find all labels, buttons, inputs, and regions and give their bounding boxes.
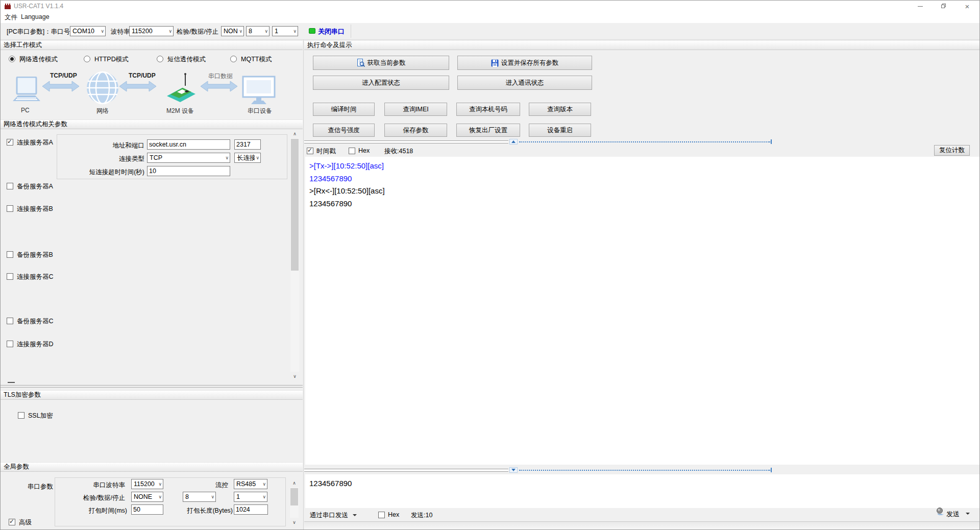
send-textarea[interactable]: 1234567890 <box>305 474 979 508</box>
splitter-end-tick <box>771 139 772 144</box>
port-combo[interactable]: COM10∨ <box>70 26 106 36</box>
get-params-button[interactable]: 获取当前参数 <box>313 56 449 70</box>
checkbox-advanced[interactable] <box>9 519 15 525</box>
flow-combo[interactable]: RS485∨ <box>234 479 267 489</box>
stopbits-combo[interactable]: 1∨ <box>272 26 298 36</box>
chevron-down-icon[interactable] <box>966 513 970 515</box>
radio-net-transparent[interactable] <box>9 56 15 62</box>
server-a-address-input[interactable] <box>147 139 230 150</box>
chevron-down-icon: ∨ <box>158 481 162 487</box>
workmode-section-header: 选择工作模式 <box>1 40 303 50</box>
send-splitter[interactable] <box>304 469 508 472</box>
save-params-button[interactable]: 保存参数 <box>384 124 447 137</box>
checkbox-hex-recv[interactable] <box>349 148 355 154</box>
parity-label: 检验/数据/停止 <box>177 28 218 36</box>
checkbox-ssl-label: SSL加密 <box>28 412 53 420</box>
parity-combo[interactable]: NONE∨ <box>221 26 244 36</box>
gstopbits-combo[interactable]: 1∨ <box>234 492 267 502</box>
checkbox-hex-send[interactable] <box>378 512 385 518</box>
close-button[interactable]: × <box>955 1 979 12</box>
chevron-down-icon: ∨ <box>158 494 162 499</box>
addr-label: 地址和端口 <box>63 141 144 150</box>
packlen-input[interactable] <box>234 504 268 515</box>
scroll-down-icon[interactable]: ∨ <box>290 372 299 380</box>
netparams-scroll-thumb[interactable] <box>291 139 299 271</box>
checkbox-timestamp[interactable] <box>307 148 313 154</box>
radio-httpd[interactable] <box>84 56 90 62</box>
log-splitter[interactable] <box>304 140 508 143</box>
log-textarea[interactable]: >[Tx->][10:52:50][asc] 1234567890 >[Rx<-… <box>305 157 979 465</box>
network-globe-icon <box>86 70 119 106</box>
flow-label: 流控 <box>200 481 228 490</box>
checkbox-server-c[interactable] <box>7 273 13 280</box>
server-a-port-input[interactable] <box>234 139 261 150</box>
keepalive-combo[interactable]: 长连接∨ <box>234 153 261 163</box>
chevron-down-icon: ∨ <box>225 155 229 160</box>
scroll-up-icon[interactable]: ∧ <box>290 129 299 138</box>
checkbox-backup-c-label: 备份服务器C <box>17 317 54 326</box>
toolbar-separator <box>351 25 351 38</box>
gparity-combo[interactable]: NONE∨ <box>131 492 163 502</box>
radio-net-transparent-label: 网络透传模式 <box>19 55 58 64</box>
triangle-down-icon <box>511 469 516 471</box>
gparity-label: 检验/数据/停止 <box>64 494 125 502</box>
chevron-down-icon: ∨ <box>168 29 172 34</box>
checkbox-server-a[interactable] <box>7 139 13 146</box>
radio-sms[interactable] <box>157 56 163 62</box>
enter-config-button[interactable]: 进入配置状态 <box>313 76 449 90</box>
query-imei-button[interactable]: 查询IMEI <box>384 103 447 116</box>
conn-type-combo[interactable]: TCP∨ <box>147 153 230 163</box>
conn-type-label: 连接类型 <box>63 155 144 163</box>
scroll-up-icon[interactable]: ∧ <box>290 478 299 487</box>
gdatabits-combo[interactable]: 8∨ <box>183 492 216 502</box>
scroll-down-icon[interactable]: ∨ <box>290 518 299 526</box>
packtime-input[interactable] <box>131 504 163 515</box>
checkbox-backup-b-label: 备份服务器B <box>17 251 53 259</box>
short-timeout-input[interactable] <box>147 166 230 176</box>
compile-time-button[interactable]: 编译时间 <box>313 103 375 116</box>
checkbox-server-b[interactable] <box>7 205 13 212</box>
close-serial-button[interactable]: 关闭串口 <box>318 27 345 36</box>
query-number-button[interactable]: 查询本机号码 <box>456 103 520 116</box>
chevron-down-icon: ∨ <box>101 29 104 34</box>
checkbox-hex-recv-label: Hex <box>358 147 370 154</box>
minimize-button[interactable] <box>909 1 932 12</box>
enter-comm-button[interactable]: 进入通讯状态 <box>457 76 592 90</box>
splitter-dotted-line <box>519 470 770 471</box>
log-line: 1234567890 <box>309 173 975 185</box>
restore-button[interactable] <box>932 1 955 12</box>
checkbox-server-c-label: 连接服务器C <box>17 273 54 281</box>
menu-language[interactable]: Language <box>21 13 50 20</box>
gbaud-combo[interactable]: 115200∨ <box>131 479 163 489</box>
splitter-collapse-handle[interactable] <box>509 139 518 144</box>
factory-reset-button[interactable]: 恢复出厂设置 <box>456 124 520 137</box>
netparams-section-header: 网络透传模式相关参数 <box>1 119 303 129</box>
node-pc-label: PC <box>21 107 30 114</box>
reset-counter-button[interactable]: 复位计数 <box>934 145 970 156</box>
chevron-down-icon[interactable] <box>353 514 357 516</box>
radio-mqtt[interactable] <box>230 56 237 62</box>
menu-file[interactable]: 文件 <box>5 13 17 22</box>
arrow-network-m2m <box>119 81 156 92</box>
global-scroll-thumb[interactable] <box>290 488 298 505</box>
splitter-collapse-handle[interactable] <box>509 467 518 473</box>
clipped-item-dash <box>8 382 15 383</box>
query-version-button[interactable]: 查询版本 <box>529 103 591 116</box>
checkbox-server-d[interactable] <box>7 341 13 347</box>
send-via-dropdown[interactable]: 通过串口发送 <box>310 511 348 520</box>
checkbox-backup-b[interactable] <box>7 251 13 258</box>
chevron-down-icon: ∨ <box>211 494 214 499</box>
checkbox-backup-a[interactable] <box>7 183 13 189</box>
checkbox-ssl[interactable] <box>18 412 24 419</box>
baud-combo[interactable]: 115200∨ <box>129 26 174 36</box>
set-save-params-button[interactable]: 设置并保存所有参数 <box>457 56 592 70</box>
device-restart-button[interactable]: 设备重启 <box>529 124 591 137</box>
node-network-label: 网络 <box>96 107 109 115</box>
send-button[interactable]: 发送 <box>946 510 960 519</box>
databits-combo[interactable]: 8∨ <box>246 26 270 36</box>
checkbox-backup-c[interactable] <box>7 318 13 324</box>
log-line: >[Rx<-][10:52:50][asc] <box>309 185 975 198</box>
query-signal-button[interactable]: 查信号强度 <box>313 124 375 137</box>
serial-toolbar: [PC串口参数]：串口号 COM10∨ 波特率 115200∨ 检验/数据/停止… <box>1 23 979 40</box>
triangle-up-icon <box>511 140 516 143</box>
